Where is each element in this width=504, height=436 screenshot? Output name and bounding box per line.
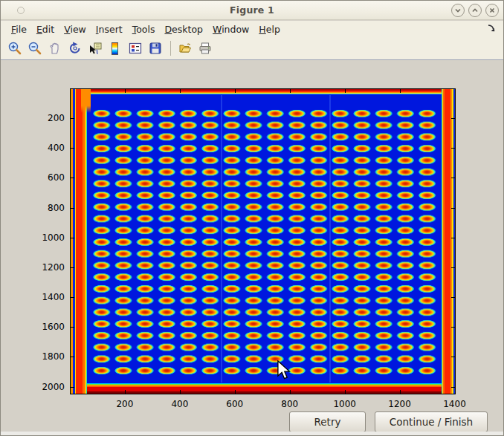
menu-item-desktop[interactable]: Desktop <box>164 24 203 35</box>
figure-canvas: 2004006008001000120014002004006008001000… <box>1 61 504 432</box>
pan-button[interactable] <box>45 39 64 58</box>
x-tick-mark <box>290 89 291 93</box>
y-tick-mark <box>451 357 455 357</box>
print-button[interactable] <box>196 39 214 58</box>
x-tick-mark <box>180 89 181 93</box>
y-tick-mark <box>451 148 455 149</box>
y-tick-label: 1400 <box>1 292 65 302</box>
x-tick-mark <box>180 390 181 394</box>
hand-pan-icon <box>48 41 62 56</box>
window-bottom-edge <box>1 432 503 435</box>
y-tick-label: 2000 <box>1 382 65 392</box>
y-tick-mark <box>71 148 74 149</box>
colorbar-icon <box>112 42 118 55</box>
scan-left-edge <box>71 89 88 394</box>
x-tick-label: 1400 <box>439 399 471 409</box>
rotate-3d-icon <box>68 41 83 56</box>
x-tick-mark <box>400 390 401 394</box>
x-tick-mark <box>400 89 401 93</box>
menu-item-help[interactable]: Help <box>259 24 280 35</box>
save-icon <box>148 41 163 56</box>
y-tick-mark <box>71 178 74 178</box>
close-icon <box>488 7 496 14</box>
y-tick-mark <box>71 238 74 238</box>
retry-button[interactable]: Retry <box>289 411 366 432</box>
scan-top-edge <box>71 89 455 95</box>
save-figure-button[interactable] <box>146 39 164 58</box>
close-window-button[interactable] <box>485 4 499 17</box>
menu-item-file[interactable]: File <box>11 24 27 35</box>
y-tick-mark <box>71 208 74 209</box>
x-tick-label: 200 <box>109 399 141 409</box>
y-tick-label: 1200 <box>1 262 65 273</box>
menu-item-window[interactable]: Window <box>213 24 249 35</box>
y-tick-label: 800 <box>1 203 65 213</box>
x-tick-mark <box>455 89 456 93</box>
dock-figure-icon[interactable] <box>487 24 496 33</box>
y-tick-mark <box>451 208 455 209</box>
printer-icon <box>198 41 213 56</box>
y-tick-label: 400 <box>1 143 65 153</box>
x-tick-mark <box>125 390 126 394</box>
data-cursor-button[interactable] <box>85 39 104 58</box>
zoom-out-icon <box>28 41 42 56</box>
y-tick-mark <box>71 327 74 328</box>
x-tick-mark <box>235 390 236 394</box>
y-tick-label: 200 <box>1 113 65 123</box>
window-menu-icon[interactable] <box>17 7 25 14</box>
menubar: FileEditViewInsertToolsDesktopWindowHelp <box>1 21 503 37</box>
y-tick-label: 600 <box>1 172 65 183</box>
menu-item-edit[interactable]: Edit <box>36 24 54 35</box>
y-tick-mark <box>71 118 74 119</box>
zoom-out-button[interactable] <box>25 39 44 58</box>
y-tick-label: 1800 <box>1 351 65 362</box>
y-tick-mark <box>71 297 74 298</box>
y-tick-mark <box>71 357 74 357</box>
window-title: Figure 1 <box>1 4 503 16</box>
y-tick-label: 1600 <box>1 322 65 332</box>
maximize-window-button[interactable] <box>468 4 482 17</box>
window-controls <box>451 4 499 17</box>
y-tick-mark <box>71 387 74 388</box>
zoom-in-icon <box>7 41 22 56</box>
y-tick-mark <box>451 297 455 298</box>
plot-axes <box>70 88 456 394</box>
x-tick-label: 1200 <box>384 399 416 409</box>
scan-block-seam <box>221 95 222 383</box>
legend-icon <box>128 41 143 56</box>
open-file-button[interactable] <box>175 39 194 58</box>
y-tick-mark <box>451 267 455 268</box>
y-tick-mark <box>451 178 455 178</box>
chevron-up-icon <box>471 7 479 14</box>
spot-grid <box>91 108 439 377</box>
menu-item-view[interactable]: View <box>64 24 86 35</box>
figure-toolbar <box>1 37 503 60</box>
microarray-scan-image[interactable] <box>71 89 455 394</box>
x-tick-label: 1000 <box>329 399 361 409</box>
x-tick-mark <box>125 89 126 93</box>
x-tick-mark <box>345 89 346 93</box>
y-tick-mark <box>71 267 74 268</box>
rotate-3d-button[interactable] <box>65 39 84 58</box>
continue-finish-button[interactable]: Continue / Finish <box>375 411 488 432</box>
colorbar-button[interactable] <box>106 39 124 58</box>
y-tick-label: 1000 <box>1 232 65 243</box>
legend-button[interactable] <box>126 39 144 58</box>
y-tick-mark <box>451 327 455 328</box>
scan-corner-notch <box>81 89 91 113</box>
x-tick-mark <box>345 390 346 394</box>
chevron-down-icon <box>454 7 462 14</box>
menu: FileEditViewInsertToolsDesktopWindowHelp <box>1 24 290 35</box>
menu-item-tools[interactable]: Tools <box>132 24 155 35</box>
scan-right-edge <box>441 89 455 394</box>
y-tick-mark <box>451 118 455 119</box>
data-cursor-icon <box>88 41 103 56</box>
menu-item-insert[interactable]: Insert <box>96 24 123 35</box>
toolbar-separator <box>170 41 171 56</box>
shade-window-button[interactable] <box>451 4 465 17</box>
y-tick-mark <box>451 387 455 388</box>
x-tick-mark <box>235 89 236 93</box>
scan-block-seam <box>329 95 331 383</box>
scan-bottom-edge <box>71 383 455 394</box>
zoom-in-button[interactable] <box>5 39 24 58</box>
